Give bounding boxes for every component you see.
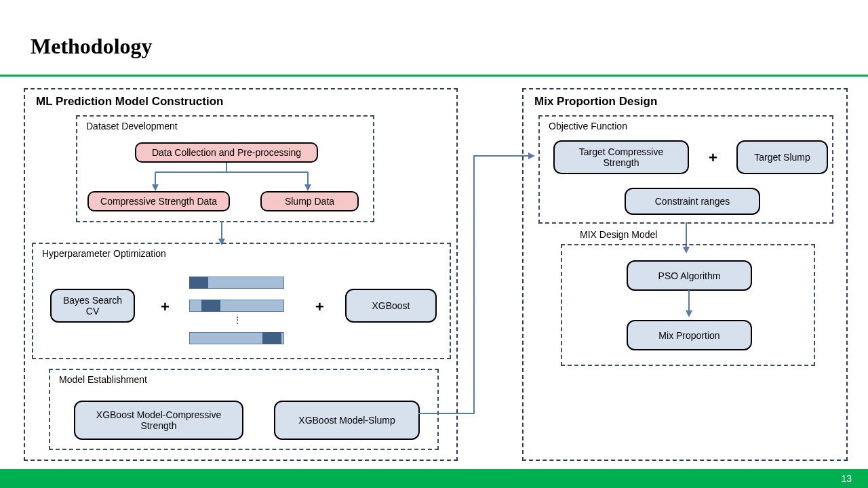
mix-design-title: MIX Design Model xyxy=(578,229,659,240)
plus-2: + xyxy=(313,298,327,316)
connector-arrow xyxy=(416,142,538,420)
divider xyxy=(0,75,868,77)
footer: 13 xyxy=(0,469,868,488)
objective-panel: Objective Function Target Compressive St… xyxy=(538,115,833,224)
hyperparam-title: Hyperparameter Optimization xyxy=(40,248,168,259)
bar-3-fill xyxy=(262,332,281,344)
svg-marker-5 xyxy=(304,184,311,191)
mix-panel: Mix Proportion Design Objective Function… xyxy=(522,88,848,461)
page-number: 13 xyxy=(841,473,852,484)
mix-prop-box: Mix Proportion xyxy=(627,320,752,350)
pso-box: PSO Algorithm xyxy=(627,260,752,291)
svg-marker-11 xyxy=(686,310,692,317)
xgboost-slump-box: XGBoost Model-Slump xyxy=(274,401,420,440)
ml-panel: ML Prediction Model Construction Dataset… xyxy=(24,88,458,461)
bayes-box: Bayes Search CV xyxy=(50,289,135,323)
xgboost-compressive-box: XGBoost Model-Compressive Strength xyxy=(74,401,243,440)
dataset-arrows xyxy=(77,117,376,225)
target-compressive-box: Target Compressive Strength xyxy=(553,140,689,174)
mix-panel-title: Mix Proportion Design xyxy=(532,95,660,108)
svg-marker-12 xyxy=(528,152,535,159)
ml-panel-title: ML Prediction Model Construction xyxy=(33,95,226,108)
arrow-down-3 xyxy=(679,290,699,319)
svg-marker-3 xyxy=(152,184,159,191)
dataset-panel: Dataset Development Data Collection and … xyxy=(76,115,374,222)
objective-title: Objective Function xyxy=(547,121,629,131)
constraint-box: Constraint ranges xyxy=(625,188,760,215)
hyperparam-panel: Hyperparameter Optimization Bayes Search… xyxy=(32,243,451,359)
bar-1-fill xyxy=(189,277,208,289)
bar-2-fill xyxy=(201,300,220,312)
page-title: Methodology xyxy=(31,34,153,59)
dots: ⋮ xyxy=(233,314,242,325)
model-est-title: Model Establishment xyxy=(57,374,149,385)
plus-3: + xyxy=(706,149,720,167)
target-slump-box: Target Slump xyxy=(736,140,828,174)
plus-1: + xyxy=(158,298,172,316)
mix-design-panel: PSO Algorithm Mix Proportion xyxy=(561,244,815,366)
model-est-panel: Model Establishment XGBoost Model-Compre… xyxy=(49,369,439,450)
